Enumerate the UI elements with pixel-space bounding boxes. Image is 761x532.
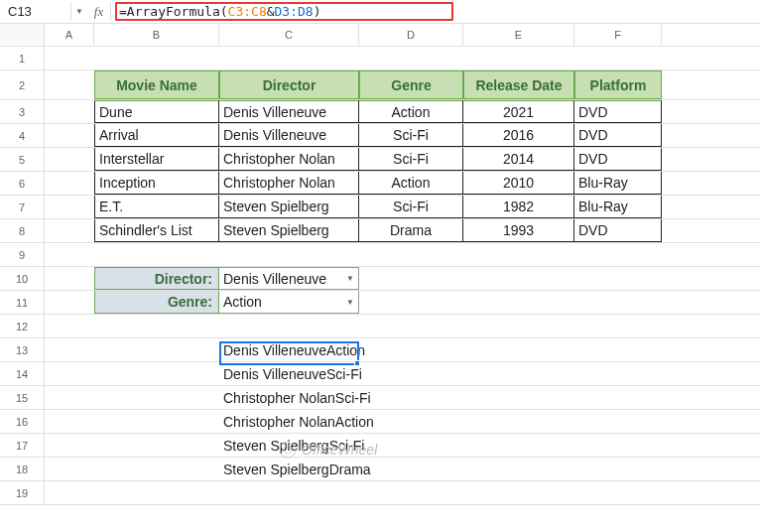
cell[interactable]: Christopher Nolan [219,148,359,171]
cell[interactable]: Dune [94,100,219,123]
cell[interactable] [45,291,94,314]
table-header-platform[interactable]: Platform [574,70,662,99]
cell[interactable]: Blu-Ray [574,172,662,195]
table-header-movie[interactable]: Movie Name [94,70,219,99]
cell[interactable]: Action [359,100,463,123]
cell[interactable] [94,338,219,361]
row-header-4[interactable]: 4 [0,124,45,147]
row-header-15[interactable]: 15 [0,386,45,409]
cell[interactable]: 1993 [463,219,574,242]
cell[interactable]: 2010 [463,172,574,195]
cell[interactable]: Action [359,172,463,195]
cell[interactable]: DVD [574,124,662,147]
cell[interactable]: DVD [574,100,662,123]
cell[interactable] [359,291,463,314]
cell[interactable] [94,434,219,457]
cell[interactable] [574,338,662,361]
cell[interactable] [219,315,359,337]
cell[interactable] [45,386,94,409]
cell[interactable]: Blu-Ray [574,196,662,218]
cell[interactable] [463,410,574,433]
col-header-b[interactable]: B [94,24,219,46]
row-header-18[interactable]: 18 [0,458,45,480]
cell[interactable] [45,148,94,171]
cell[interactable]: Sci-Fi [359,124,463,147]
cell[interactable]: Denis Villeneuve [219,124,359,147]
cell[interactable]: Schindler's List [94,219,219,242]
row-header-17[interactable]: 17 [0,434,45,457]
col-header-f[interactable]: F [574,24,662,46]
cell[interactable] [45,243,94,266]
cell[interactable] [574,315,662,337]
cell[interactable] [359,481,463,504]
table-header-release[interactable]: Release Date [463,70,574,99]
cell[interactable] [463,315,574,337]
cell[interactable]: Sci-Fi [359,148,463,171]
cell[interactable] [359,338,463,361]
cell[interactable] [463,386,574,409]
cell[interactable]: Drama [359,219,463,242]
cell[interactable] [359,458,463,480]
cell[interactable] [45,338,94,361]
cell[interactable] [45,219,94,242]
cell[interactable] [359,434,463,457]
cell[interactable] [359,47,463,69]
cell[interactable] [94,362,219,385]
cell[interactable] [45,410,94,433]
cell[interactable] [574,458,662,480]
director-dropdown[interactable]: Denis Villeneuve▼ [219,267,359,290]
cell[interactable] [574,434,662,457]
col-header-c[interactable]: C [219,24,359,46]
col-header-a[interactable]: A [45,24,94,46]
cell[interactable] [94,386,219,409]
cell[interactable] [219,47,359,69]
cell[interactable] [45,315,94,337]
cell[interactable] [94,410,219,433]
cell[interactable]: DVD [574,148,662,171]
cell[interactable] [45,100,94,123]
formula-bar[interactable]: =ArrayFormula(C3:C8&D3:D8) [111,2,761,21]
result-cell[interactable]: Denis VilleneuveSci-Fi [219,362,359,385]
cell[interactable] [359,267,463,290]
cell[interactable] [574,362,662,385]
result-cell[interactable]: Christopher NolanSci-Fi [219,386,359,409]
cell[interactable] [45,172,94,195]
cell[interactable] [45,362,94,385]
row-header-12[interactable]: 12 [0,315,45,337]
result-cell[interactable]: Steven SpielbergSci-Fi [219,434,359,457]
cell[interactable] [219,481,359,504]
cell[interactable] [45,458,94,480]
cell[interactable] [45,267,94,290]
cell[interactable] [463,47,574,69]
cell[interactable]: Steven Spielberg [219,196,359,218]
genre-dropdown[interactable]: Action▼ [219,291,359,314]
cell[interactable] [359,410,463,433]
row-header-2[interactable]: 2 [0,70,45,99]
row-header-3[interactable]: 3 [0,100,45,123]
genre-label[interactable]: Genre: [94,291,219,314]
cell[interactable]: 2016 [463,124,574,147]
result-cell[interactable]: Steven SpielbergDrama [219,458,359,480]
row-header-5[interactable]: 5 [0,148,45,171]
cell[interactable]: Sci-Fi [359,196,463,218]
cell[interactable]: 2014 [463,148,574,171]
col-header-e[interactable]: E [463,24,574,46]
cell[interactable] [94,458,219,480]
row-header-10[interactable]: 10 [0,267,45,290]
cell[interactable]: Steven Spielberg [219,219,359,242]
cell[interactable] [94,243,219,266]
name-box[interactable]: C13 [0,2,71,21]
cell[interactable]: Denis Villeneuve [219,100,359,123]
cell[interactable] [463,434,574,457]
row-header-1[interactable]: 1 [0,47,45,69]
cell[interactable] [574,386,662,409]
cell[interactable] [45,196,94,218]
cell[interactable] [574,267,662,290]
cell[interactable] [45,124,94,147]
row-header-6[interactable]: 6 [0,172,45,195]
cell[interactable] [574,410,662,433]
cell[interactable]: E.T. [94,196,219,218]
cell[interactable] [463,267,574,290]
cell[interactable]: 1982 [463,196,574,218]
director-label[interactable]: Director: [94,267,219,290]
